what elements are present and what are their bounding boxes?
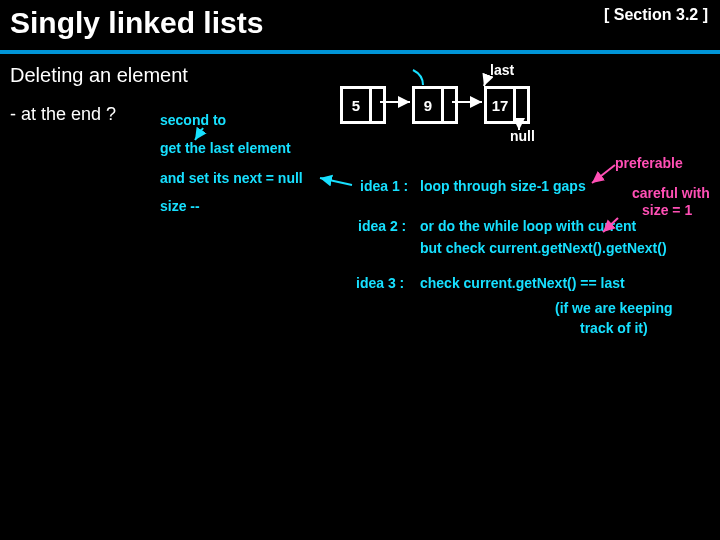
note-careful-b: size = 1 [642, 202, 692, 218]
listnode-2: 9 [412, 86, 458, 124]
note-size-decrement: size -- [160, 198, 200, 214]
listnode-1-next [369, 89, 383, 121]
section-reference: [ Section 3.2 ] [604, 6, 708, 24]
idea-2-text-b: but check current.getNext().getNext() [420, 240, 667, 256]
idea-1-text: loop through size-1 gaps [420, 178, 586, 194]
listnode-1-value: 5 [343, 89, 369, 121]
note-set-next-null: and set its next = null [160, 170, 303, 186]
title-underline [0, 50, 720, 54]
svg-line-2 [484, 75, 488, 86]
note-track-of-it: track of it) [580, 320, 648, 336]
svg-line-4 [195, 128, 203, 140]
content-subheading: - at the end ? [10, 104, 116, 125]
listnode-2-next [441, 89, 455, 121]
note-if-keeping: (if we are keeping [555, 300, 672, 316]
label-null: null [510, 128, 535, 144]
listnode-3-value: 17 [487, 89, 513, 121]
svg-line-6 [592, 165, 615, 183]
note-preferable: preferable [615, 155, 683, 171]
idea-2-text-a: or do the while loop with current [420, 218, 636, 234]
label-last: last [490, 62, 514, 78]
idea-2-label: idea 2 : [358, 218, 406, 234]
content-heading: Deleting an element [10, 64, 188, 87]
listnode-3: 17 [484, 86, 530, 124]
idea-3-text: check current.getNext() == last [420, 275, 625, 291]
listnode-3-next [513, 89, 527, 121]
note-careful-a: careful with [632, 185, 710, 201]
svg-line-5 [320, 178, 352, 185]
note-get-last: get the last element [160, 140, 291, 156]
note-second-to: second to [160, 112, 226, 128]
idea-1-label: idea 1 : [360, 178, 408, 194]
listnode-2-value: 9 [415, 89, 441, 121]
listnode-1: 5 [340, 86, 386, 124]
idea-3-label: idea 3 : [356, 275, 404, 291]
slide: Singly linked lists [ Section 3.2 ] Dele… [0, 0, 720, 540]
slide-title: Singly linked lists [10, 6, 263, 40]
